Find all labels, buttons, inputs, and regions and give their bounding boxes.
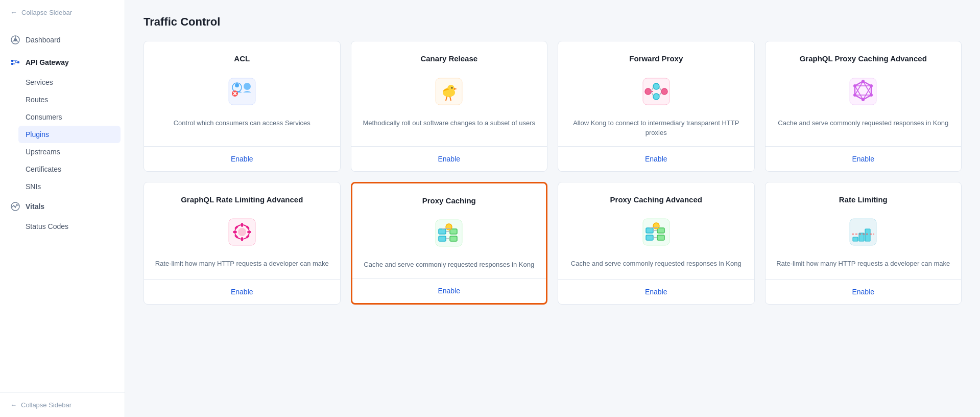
svg-point-65: [446, 224, 452, 230]
svg-point-29: [653, 94, 659, 100]
card-forward-proxy-body: Forward Proxy: [558, 41, 754, 146]
card-canary-footer: Enable: [351, 146, 547, 171]
card-acl-footer: Enable: [144, 146, 340, 171]
svg-rect-61: [439, 229, 446, 234]
vitals-icon: [10, 201, 20, 212]
sidebar-item-plugins[interactable]: Plugins: [18, 126, 121, 143]
sidebar-item-certificates[interactable]: Certificates: [0, 160, 125, 178]
svg-rect-83: [865, 229, 870, 241]
card-proxy-caching-advanced-title: Proxy Caching Advanced: [610, 195, 702, 205]
svg-rect-6: [11, 63, 13, 65]
card-proxy-caching-advanced-body: Proxy Caching Advanced: [558, 182, 754, 279]
sidebar-item-routes[interactable]: Routes: [0, 91, 125, 108]
card-forward-proxy-footer: Enable: [558, 146, 754, 171]
card-proxy-caching-footer: Enable: [352, 278, 546, 303]
svg-rect-53: [241, 237, 243, 241]
card-proxy-caching: Proxy Caching: [351, 182, 548, 305]
card-rate-limiting-enable-btn[interactable]: Enable: [848, 287, 878, 297]
collapse-sidebar-bottom[interactable]: ← Collapse Sidebar: [0, 392, 125, 417]
dashboard-icon: [10, 35, 20, 45]
card-canary-desc: Methodically roll out software changes t…: [363, 118, 535, 128]
card-rate-limiting-title: Rate Limiting: [839, 195, 888, 205]
consumers-label: Consumers: [26, 113, 62, 121]
card-rate-limiting-icon: [845, 214, 881, 250]
svg-point-27: [645, 88, 651, 95]
card-proxy-caching-desc: Cache and serve commonly requested respo…: [364, 260, 534, 270]
card-graphql-proxy-caching: GraphQL Proxy Caching Advanced: [765, 41, 962, 172]
collapse-bottom-label: Collapse Sidebar: [21, 401, 71, 409]
card-forward-proxy-enable-btn[interactable]: Enable: [641, 154, 672, 164]
dashboard-label: Dashboard: [26, 36, 61, 44]
card-acl-icon: [224, 73, 260, 110]
card-proxy-caching-icon: [431, 215, 467, 251]
card-proxy-caching-advanced-footer: Enable: [558, 279, 754, 304]
card-graphql-proxy-caching-body: GraphQL Proxy Caching Advanced: [766, 41, 962, 146]
snis-label: SNIs: [26, 182, 41, 191]
card-canary-release: Canary Release: [351, 41, 548, 172]
svg-point-19: [244, 83, 251, 90]
services-label: Services: [26, 78, 53, 86]
card-graphql-rate-limiting-enable-btn[interactable]: Enable: [227, 287, 257, 297]
svg-point-30: [661, 88, 667, 95]
card-acl-enable-btn[interactable]: Enable: [227, 154, 257, 164]
svg-rect-7: [17, 61, 19, 63]
collapse-sidebar-top[interactable]: ← Collapse Sidebar: [0, 0, 125, 25]
svg-line-68: [442, 228, 447, 229]
card-proxy-caching-advanced-enable-btn[interactable]: Enable: [641, 287, 672, 297]
card-forward-proxy-title: Forward Proxy: [629, 54, 683, 64]
status-codes-label: Status Codes: [26, 222, 68, 230]
sidebar-item-upstreams[interactable]: Upstreams: [0, 143, 125, 160]
svg-rect-54: [233, 231, 237, 233]
card-graphql-proxy-caching-icon: [845, 73, 881, 110]
svg-rect-81: [853, 237, 858, 241]
main-content: Traffic Control ACL: [125, 0, 980, 417]
card-graphql-rate-limiting-body: GraphQL Rate Limiting Advanced: [144, 182, 340, 279]
sidebar-item-services[interactable]: Services: [0, 74, 125, 91]
api-gateway-icon: [10, 57, 20, 67]
upstreams-label: Upstreams: [26, 148, 60, 156]
card-graphql-rate-limiting-desc: Rate-limit how many HTTP requests a deve…: [155, 259, 329, 269]
sidebar-item-dashboard[interactable]: Dashboard: [0, 29, 125, 51]
card-proxy-caching-advanced-desc: Cache and serve commonly requested respo…: [571, 259, 742, 269]
card-rate-limiting-body: Rate Limiting Rate-limit how many HTTP r…: [766, 182, 962, 279]
svg-point-51: [238, 228, 246, 236]
svg-rect-74: [657, 235, 664, 240]
card-forward-proxy-desc: Allow Kong to connect to intermediary tr…: [568, 118, 744, 138]
plugins-label: Plugins: [26, 130, 49, 138]
svg-point-22: [447, 85, 455, 92]
svg-point-23: [451, 87, 453, 88]
card-graphql-rate-limiting: GraphQL Rate Limiting Advanced: [144, 182, 341, 305]
collapse-icon-bottom: ←: [10, 401, 17, 409]
card-proxy-caching-enable-btn[interactable]: Enable: [434, 286, 464, 296]
card-canary-title: Canary Release: [420, 54, 477, 64]
card-graphql-rate-limiting-icon: [224, 214, 260, 250]
card-rate-limiting-footer: Enable: [766, 279, 962, 304]
card-canary-enable-btn[interactable]: Enable: [434, 154, 464, 164]
sidebar-item-consumers[interactable]: Consumers: [0, 108, 125, 126]
sidebar-item-vitals[interactable]: Vitals: [0, 195, 125, 218]
sidebar-nav: Dashboard API Gateway Services Routes: [0, 25, 125, 392]
svg-rect-71: [646, 228, 653, 233]
svg-line-3: [16, 41, 18, 42]
sidebar-item-api-gateway[interactable]: API Gateway: [0, 51, 125, 74]
card-graphql-proxy-caching-enable-btn[interactable]: Enable: [848, 154, 878, 164]
card-canary-body: Canary Release: [351, 41, 547, 146]
card-graphql-rate-limiting-title: GraphQL Rate Limiting Advanced: [181, 195, 303, 205]
card-acl-title: ACL: [234, 54, 250, 64]
svg-rect-64: [450, 236, 457, 241]
sidebar-item-status-codes[interactable]: Status Codes: [0, 218, 125, 235]
card-proxy-caching-title: Proxy Caching: [422, 196, 476, 206]
card-acl-body: ACL: [144, 41, 340, 146]
svg-point-15: [235, 83, 239, 87]
svg-line-78: [650, 227, 654, 228]
svg-point-28: [653, 83, 659, 89]
svg-line-4: [13, 41, 15, 42]
cards-grid: ACL: [144, 41, 962, 305]
card-forward-proxy: Forward Proxy: [558, 41, 755, 172]
card-acl: ACL: [144, 41, 341, 172]
collapse-icon-top: ←: [10, 8, 17, 16]
api-gateway-label: API Gateway: [26, 58, 69, 66]
sidebar-item-snis[interactable]: SNIs: [0, 178, 125, 195]
routes-label: Routes: [26, 96, 48, 104]
sidebar: ← Collapse Sidebar Dashboard: [0, 0, 125, 417]
